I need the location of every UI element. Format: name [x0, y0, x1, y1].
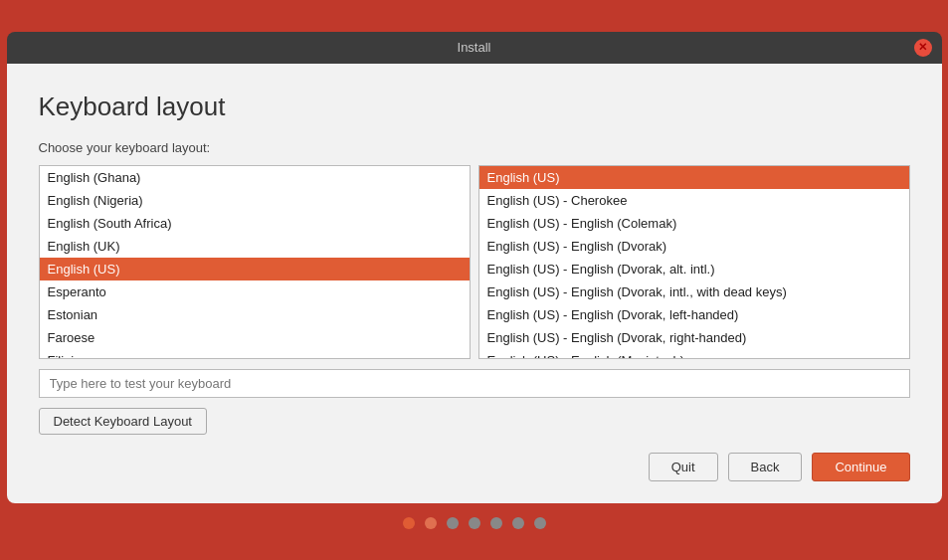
progress-dot-5 [512, 517, 524, 529]
left-list-item[interactable]: Estonian [40, 303, 470, 326]
close-icon: ✕ [918, 41, 927, 54]
bottom-row: Quit Back Continue [39, 453, 910, 481]
progress-dot-1 [425, 517, 437, 529]
page-title: Keyboard layout [39, 92, 910, 122]
left-list-item[interactable]: Esperanto [40, 280, 470, 303]
test-input-row [39, 369, 910, 398]
left-list[interactable]: English (Ghana)English (Nigeria)English … [39, 165, 471, 359]
right-list-item[interactable]: English (US) - English (Dvorak, left-han… [479, 303, 909, 326]
detect-keyboard-button[interactable]: Detect Keyboard Layout [39, 408, 207, 435]
right-list[interactable]: English (US)English (US) - CherokeeEngli… [478, 165, 910, 359]
titlebar-title: Install [458, 40, 491, 55]
content-label: Choose your keyboard layout: [39, 140, 910, 155]
back-button[interactable]: Back [728, 453, 803, 481]
left-list-item[interactable]: English (South Africa) [40, 212, 470, 235]
progress-dots [403, 517, 546, 529]
right-list-item[interactable]: English (US) - Cherokee [479, 189, 909, 212]
close-button[interactable]: ✕ [914, 39, 932, 57]
progress-dot-2 [447, 517, 459, 529]
right-list-item[interactable]: English (US) - English (Colemak) [479, 212, 909, 235]
left-list-item[interactable]: English (Nigeria) [40, 189, 470, 212]
keyboard-test-input[interactable] [39, 369, 910, 398]
detect-button-row: Detect Keyboard Layout [39, 398, 910, 435]
right-list-item[interactable]: English (US) - English (Dvorak, alt. int… [479, 258, 909, 280]
right-list-item[interactable]: English (US) - English (Macintosh) [479, 349, 909, 359]
right-list-item[interactable]: English (US) [479, 166, 909, 189]
progress-dot-3 [469, 517, 480, 529]
right-list-item[interactable]: English (US) - English (Dvorak, right-ha… [479, 326, 909, 349]
lists-row: English (Ghana)English (Nigeria)English … [39, 165, 910, 359]
quit-button[interactable]: Quit [649, 453, 718, 481]
progress-dot-4 [490, 517, 502, 529]
right-list-item[interactable]: English (US) - English (Dvorak, intl., w… [479, 280, 909, 303]
continue-button[interactable]: Continue [812, 453, 909, 481]
main-window: Keyboard layout Choose your keyboard lay… [7, 64, 942, 503]
right-list-item[interactable]: English (US) - English (Dvorak) [479, 235, 909, 258]
progress-dot-0 [403, 517, 415, 529]
progress-dot-6 [534, 517, 546, 529]
left-list-item[interactable]: Faroese [40, 326, 470, 349]
left-list-item[interactable]: Filipino [40, 349, 470, 359]
left-list-item[interactable]: English (Ghana) [40, 166, 470, 189]
left-list-item[interactable]: English (UK) [40, 235, 470, 258]
left-list-item[interactable]: English (US) [40, 258, 470, 280]
titlebar: Install ✕ [7, 32, 942, 64]
